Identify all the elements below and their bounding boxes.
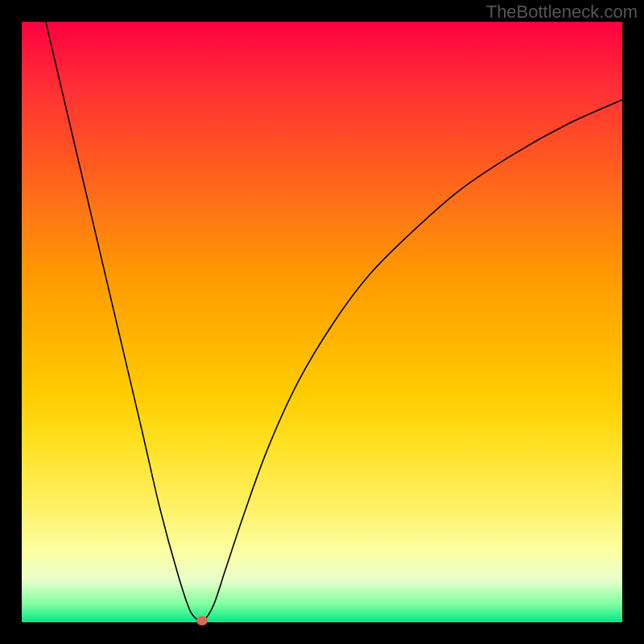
plot-area — [22, 22, 622, 622]
bottleneck-curve — [46, 22, 622, 621]
watermark-text: TheBottleneck.com — [486, 2, 638, 23]
optimum-marker — [196, 616, 208, 625]
curve-svg — [22, 22, 622, 622]
